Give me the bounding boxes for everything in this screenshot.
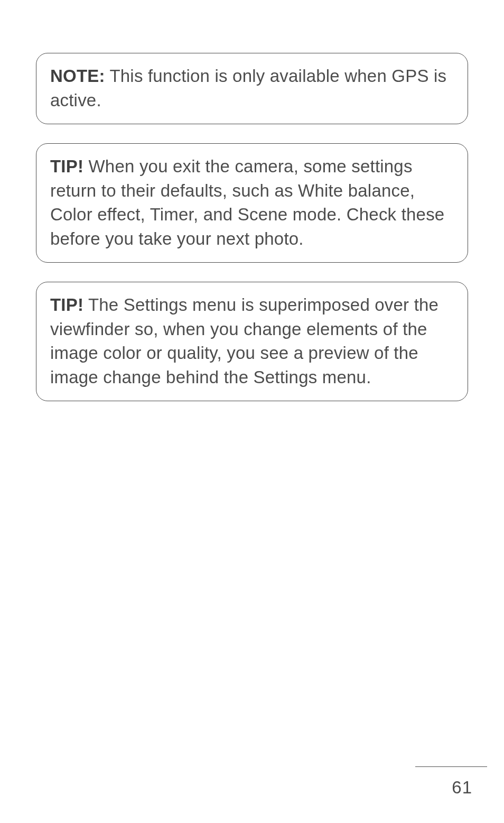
tip-label-1: TIP! xyxy=(50,156,83,176)
tip-text-1: When you exit the camera, some settings … xyxy=(50,156,444,248)
tip-callout-1: TIP! When you exit the camera, some sett… xyxy=(36,143,468,263)
tip-callout-2: TIP! The Settings menu is superimposed o… xyxy=(36,282,468,401)
note-text: This function is only available when GPS… xyxy=(50,66,446,110)
page-number: 61 xyxy=(452,778,472,798)
page-content: NOTE: This function is only available wh… xyxy=(0,0,504,401)
note-label: NOTE: xyxy=(50,66,105,86)
tip-text-2: The Settings menu is superimposed over t… xyxy=(50,295,438,387)
tip-label-2: TIP! xyxy=(50,295,83,315)
page-rule xyxy=(415,766,487,767)
note-callout: NOTE: This function is only available wh… xyxy=(36,53,468,124)
